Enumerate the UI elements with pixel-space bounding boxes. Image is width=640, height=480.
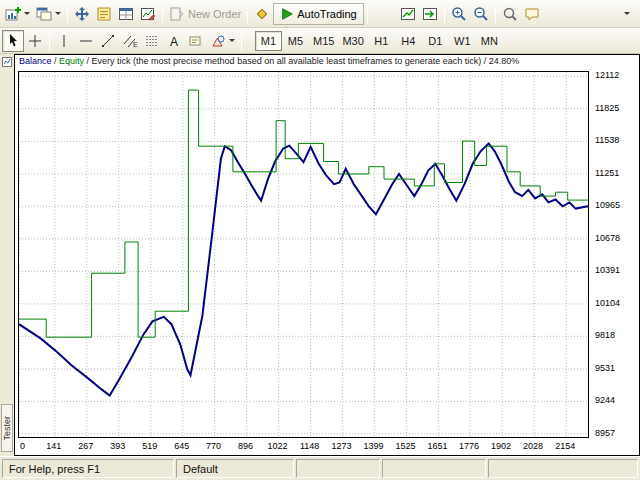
zoom-in-button[interactable] xyxy=(448,3,470,25)
zoom-out-icon xyxy=(473,6,489,22)
x-axis-label: 393 xyxy=(110,441,125,451)
horizontal-line-button[interactable] xyxy=(75,30,97,52)
workspace: Tester Balance / Equity / Every tick (th… xyxy=(0,54,640,456)
profiles-button[interactable] xyxy=(33,3,64,25)
chart-host: Balance / Equity / Every tick (the most … xyxy=(14,54,640,456)
navigator-button[interactable] xyxy=(115,3,137,25)
toolbar-separator xyxy=(162,4,163,24)
tiled-windows-icon xyxy=(118,6,134,22)
timeframe-h4-button[interactable]: H4 xyxy=(395,31,422,51)
autoscroll-button[interactable] xyxy=(419,3,441,25)
expert-advisors-button[interactable] xyxy=(251,3,273,25)
toolbar-separator xyxy=(495,4,496,24)
timeframe-h1-button[interactable]: H1 xyxy=(368,31,395,51)
timeframes-toolbar: M1 M5 M15 M30 H1 H4 D1 W1 MN xyxy=(255,31,503,51)
autotrading-label: AutoTrading xyxy=(297,8,357,20)
x-axis-label: 896 xyxy=(238,441,253,451)
equidistant-channel-icon: E xyxy=(122,33,138,49)
x-axis-label: 0 xyxy=(20,441,25,451)
green-chart-up-icon xyxy=(400,6,416,22)
toolbar-separator xyxy=(367,4,368,24)
chart-shift-button[interactable] xyxy=(397,3,419,25)
legend-quality-value: 24.80% xyxy=(489,56,520,66)
legend-separator: / xyxy=(52,56,60,66)
play-icon xyxy=(280,7,294,21)
docked-panel-strip: Tester xyxy=(0,54,14,456)
status-section-3 xyxy=(296,459,380,478)
equidistant-channel-button[interactable]: E xyxy=(119,30,141,52)
x-axis-label: 267 xyxy=(78,441,93,451)
x-axis-label: 1148 xyxy=(300,441,319,451)
mt4-window: New Order AutoTrading xyxy=(0,0,640,480)
shapes-button[interactable] xyxy=(207,30,238,52)
timeframe-w1-button[interactable]: W1 xyxy=(449,31,476,51)
zoom-in-icon xyxy=(451,6,467,22)
y-axis-label: 9531 xyxy=(595,363,615,373)
toolbar-separator xyxy=(444,4,445,24)
terminal-button[interactable] xyxy=(137,3,159,25)
new-chart-button[interactable] xyxy=(2,3,33,25)
search-button[interactable] xyxy=(499,3,521,25)
diamond-icon xyxy=(254,6,270,22)
x-axis-label: 1525 xyxy=(395,441,415,451)
autotrading-button[interactable]: AutoTrading xyxy=(273,3,364,25)
line-studies-toolbar: E A M1 M5 xyxy=(0,28,640,54)
green-chart-arrow-icon xyxy=(422,6,438,22)
shapes-icon xyxy=(210,33,226,49)
balance-equity-graph[interactable] xyxy=(19,72,588,437)
chevron-down-icon xyxy=(24,12,30,15)
toolbar-overflow-button[interactable] xyxy=(616,3,638,25)
fibonacci-button[interactable] xyxy=(141,30,163,52)
x-axis-label: 1776 xyxy=(459,441,479,451)
new-chart-icon xyxy=(5,6,21,22)
toolbar-separator xyxy=(67,4,68,24)
chart-window-icon xyxy=(2,57,12,67)
arrow-cursor-icon xyxy=(5,33,21,49)
status-profile[interactable]: Default xyxy=(176,459,294,478)
x-axis-label: 1902 xyxy=(491,441,511,451)
x-axis-label: 1399 xyxy=(363,441,383,451)
market-watch-button[interactable] xyxy=(71,3,93,25)
timeframe-m15-button[interactable]: M15 xyxy=(309,31,338,51)
timeframe-mn-button[interactable]: MN xyxy=(476,31,503,51)
y-axis-label: 9818 xyxy=(595,330,615,340)
x-axis-label: 645 xyxy=(174,441,189,451)
data-window-button[interactable] xyxy=(93,3,115,25)
new-order-button[interactable]: New Order xyxy=(166,3,244,25)
text-button[interactable]: A xyxy=(163,30,185,52)
cross-arrows-icon xyxy=(74,6,90,22)
y-axis-label: 10104 xyxy=(595,298,620,308)
crosshair-icon xyxy=(27,33,43,49)
svg-text:E: E xyxy=(133,41,138,48)
x-axis-label: 1651 xyxy=(427,441,447,451)
text-label-button[interactable] xyxy=(185,30,207,52)
new-order-label: New Order xyxy=(188,8,241,20)
timeframe-m1-button[interactable]: M1 xyxy=(255,31,282,51)
legend-separator: / xyxy=(481,56,489,66)
trendline-button[interactable] xyxy=(97,30,119,52)
crosshair-button[interactable] xyxy=(24,30,46,52)
legend-model-description: Every tick (the most precise method base… xyxy=(92,56,482,66)
y-axis-label: 10391 xyxy=(595,265,620,275)
y-axis-label: 11251 xyxy=(595,168,619,178)
community-button[interactable] xyxy=(521,3,543,25)
x-axis: 0141267393519645770896102211481273139915… xyxy=(18,439,589,454)
tester-panel-tab[interactable]: Tester xyxy=(1,404,13,452)
svg-text:A: A xyxy=(170,34,178,48)
y-axis-label: 8957 xyxy=(595,428,615,438)
timeframe-m30-button[interactable]: M30 xyxy=(338,31,367,51)
zoom-out-button[interactable] xyxy=(470,3,492,25)
timeframe-d1-button[interactable]: D1 xyxy=(422,31,449,51)
toolbar-separator xyxy=(49,31,50,51)
chevron-down-icon xyxy=(55,12,61,15)
x-axis-label: 141 xyxy=(46,441,61,451)
cursor-button[interactable] xyxy=(2,30,24,52)
chevron-down-icon xyxy=(624,12,630,15)
fibonacci-icon xyxy=(144,33,160,49)
tester-tab-label: Tester xyxy=(2,416,12,441)
vertical-line-button[interactable] xyxy=(53,30,75,52)
x-axis-label: 2154 xyxy=(555,441,575,451)
timeframe-m5-button[interactable]: M5 xyxy=(282,31,309,51)
text-icon: A xyxy=(166,33,182,49)
x-axis-label: 1022 xyxy=(268,441,288,451)
